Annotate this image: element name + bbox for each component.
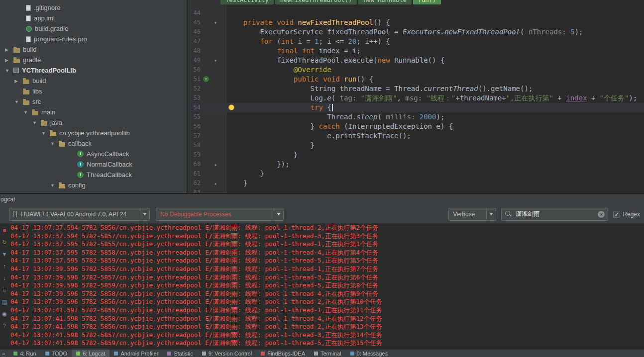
override-method-icon[interactable]: ↑ bbox=[203, 76, 209, 82]
folder-icon bbox=[23, 100, 29, 105]
expand-closed-arrow-icon[interactable]: ▶ bbox=[5, 58, 13, 63]
tree-item[interactable]: ▶gradle bbox=[0, 55, 187, 65]
regex-checkbox[interactable]: ✓ Regex bbox=[613, 211, 640, 218]
statusbar-item[interactable]: 6: Logcat bbox=[72, 350, 109, 357]
code-line[interactable]: 56 } catch (InterruptedException e) { bbox=[188, 122, 644, 131]
expand-open-arrow-icon[interactable]: ▼ bbox=[14, 99, 23, 104]
code-line[interactable]: 55 Thread.sleep( millis: 2000); bbox=[188, 112, 644, 122]
chevron-down-icon[interactable] bbox=[274, 208, 283, 220]
tree-item[interactable]: ▼cn.ycbjie.ycthreadpoollib bbox=[0, 128, 187, 138]
code-line[interactable]: 48 final int index = i; bbox=[188, 46, 644, 56]
code-line[interactable]: 52 String threadName = Thread.currentThr… bbox=[188, 84, 644, 93]
code-line[interactable]: 51↑ public void run() { bbox=[188, 75, 644, 84]
chevron-down-icon[interactable] bbox=[486, 208, 496, 220]
statusbar-item[interactable]: 4: Run bbox=[9, 350, 40, 357]
code-line[interactable]: 53 Log.e( tag: "潇湘剑雨", msg: "线程："+thread… bbox=[188, 93, 644, 103]
code-line[interactable]: 57 e.printStackTrace(); bbox=[188, 131, 644, 141]
logcat-search-input[interactable]: 潇湘剑雨 × bbox=[501, 208, 608, 221]
expand-open-arrow-icon[interactable]: ▼ bbox=[41, 131, 50, 136]
statusbar-item[interactable]: TODO bbox=[41, 350, 72, 357]
code-line[interactable]: 50 @Override bbox=[188, 65, 644, 75]
down-stack-trace-icon[interactable]: ↓ bbox=[1, 275, 8, 281]
code-line[interactable]: 44 bbox=[188, 8, 644, 18]
expand-open-arrow-icon[interactable]: ▼ bbox=[23, 110, 32, 115]
tree-item[interactable]: ▼main bbox=[0, 107, 187, 117]
code-line[interactable]: 47 for (int i = 1; i <= 20; i++) { bbox=[188, 37, 644, 46]
statusbar-item[interactable]: FindBugs-IDEA bbox=[256, 350, 310, 357]
tree-item[interactable]: ▼config bbox=[0, 180, 187, 190]
expand-open-arrow-icon[interactable]: ▼ bbox=[5, 68, 13, 73]
tree-item[interactable]: build.gradle bbox=[0, 23, 187, 34]
code-line[interactable]: 46 ExecutorService fixedThreadPool = Exe… bbox=[188, 27, 644, 37]
clear-search-icon[interactable]: × bbox=[598, 211, 605, 218]
tree-item-label: YCThreadPoolLib bbox=[22, 67, 76, 74]
code-line[interactable]: 49▾ fixedThreadPool.execute(new Runnable… bbox=[188, 56, 644, 65]
tree-item[interactable]: ▼src bbox=[0, 96, 187, 107]
tree-item[interactable]: ▼java bbox=[0, 117, 187, 128]
fold-marker-icon[interactable]: ▾ bbox=[212, 56, 219, 65]
tree-item[interactable]: ▼YCThreadPoolLib bbox=[0, 65, 187, 76]
tree-item[interactable]: ▼callback bbox=[0, 138, 187, 149]
tree-item[interactable]: libs bbox=[0, 86, 187, 96]
folder-icon bbox=[13, 59, 20, 63]
tree-item[interactable]: .gitignore bbox=[0, 2, 187, 13]
expand-open-arrow-icon[interactable]: ▼ bbox=[32, 120, 41, 125]
logcat-output[interactable]: 04-17 13:07:37.594 5782-5856/cn.ycbjie.y… bbox=[9, 224, 644, 349]
expand-closed-arrow-icon[interactable]: ▶ bbox=[5, 47, 13, 52]
line-number: 62 bbox=[188, 178, 201, 188]
code-token: int bbox=[302, 47, 315, 55]
chevron-down-icon[interactable] bbox=[140, 208, 149, 220]
code-line[interactable]: 61 } bbox=[188, 169, 644, 178]
statusbar-item[interactable]: Terminal bbox=[310, 350, 346, 357]
code-editor[interactable]: 4445▾ private void newFixedThreadPool() … bbox=[188, 0, 644, 193]
code-line[interactable]: 58 } bbox=[188, 141, 644, 150]
up-stack-trace-icon[interactable]: ↑ bbox=[1, 263, 8, 269]
code-line[interactable]: 63 bbox=[188, 188, 644, 193]
settings-icon[interactable]: ◉ bbox=[1, 311, 8, 317]
statusbar-item[interactable]: 9: Version Control bbox=[198, 350, 256, 357]
help-icon[interactable]: ? bbox=[1, 323, 8, 329]
tree-item[interactable]: INormalCallback bbox=[0, 159, 187, 170]
soft-wrap-icon[interactable]: ≡ bbox=[1, 287, 8, 293]
statusbar-item[interactable]: 0: Messages bbox=[346, 350, 392, 357]
checkbox-checked-icon[interactable]: ✓ bbox=[613, 211, 620, 218]
expand-open-arrow-icon[interactable]: ▼ bbox=[50, 183, 59, 188]
process-selector[interactable]: No Debuggable Processes bbox=[156, 208, 284, 221]
breadcrumb-chip[interactable]: run() bbox=[413, 0, 441, 4]
expand-closed-arrow-icon[interactable]: ▶ bbox=[14, 79, 23, 84]
code-token: + bbox=[587, 94, 599, 102]
restart-icon[interactable]: ↻ bbox=[1, 239, 8, 246]
code-line[interactable]: 45▾ private void newFixedThreadPool() { bbox=[188, 18, 644, 27]
expand-open-arrow-icon[interactable]: ▼ bbox=[50, 141, 59, 146]
code-line[interactable]: 59 } bbox=[188, 150, 644, 160]
tree-item[interactable]: proguard-rules.pro bbox=[0, 34, 187, 44]
tree-item[interactable]: IAsyncCallback bbox=[0, 149, 187, 159]
print-icon[interactable]: ▤ bbox=[1, 299, 8, 305]
clear-logcat-icon[interactable]: ■ bbox=[1, 227, 8, 234]
breadcrumb-chip[interactable]: new Runnable bbox=[358, 0, 412, 4]
todo-icon bbox=[45, 352, 49, 356]
gutter-icon-slot bbox=[201, 84, 212, 93]
tree-item[interactable]: app.iml bbox=[0, 13, 187, 23]
tree-item[interactable]: ▶build bbox=[0, 76, 187, 86]
tree-item[interactable]: IThreadCallback bbox=[0, 170, 187, 180]
fold-marker-icon[interactable]: ▴ bbox=[212, 160, 219, 169]
code-token: 2000 bbox=[420, 113, 436, 121]
intention-bulb-icon[interactable] bbox=[228, 104, 234, 110]
device-selector[interactable]: HUAWEI EVA-AL00 Android 7.0, API 24 bbox=[9, 208, 150, 221]
fold-marker-icon[interactable]: ▴ bbox=[212, 178, 219, 188]
filter-icon[interactable]: ▼ bbox=[1, 251, 8, 258]
code-token bbox=[226, 66, 294, 74]
log-level-selector[interactable]: Verbose bbox=[448, 208, 496, 221]
statusbar-item[interactable]: Android Profiler bbox=[109, 350, 163, 357]
statusbar-item[interactable]: Statistic bbox=[163, 350, 198, 357]
more-toolwindows-icon[interactable]: » bbox=[2, 351, 5, 357]
breadcrumb-chip[interactable]: newFixedThreadPool() bbox=[275, 0, 357, 4]
code-token: sleep bbox=[356, 113, 377, 121]
code-line[interactable]: 60▴ }); bbox=[188, 160, 644, 169]
tree-item[interactable]: ▶build bbox=[0, 44, 187, 55]
code-line[interactable]: 54 try { bbox=[188, 103, 644, 112]
breadcrumb-chip[interactable]: TestActivity bbox=[220, 0, 274, 4]
fold-marker-icon[interactable]: ▾ bbox=[212, 18, 219, 27]
code-line[interactable]: 62▴ } bbox=[188, 178, 644, 188]
